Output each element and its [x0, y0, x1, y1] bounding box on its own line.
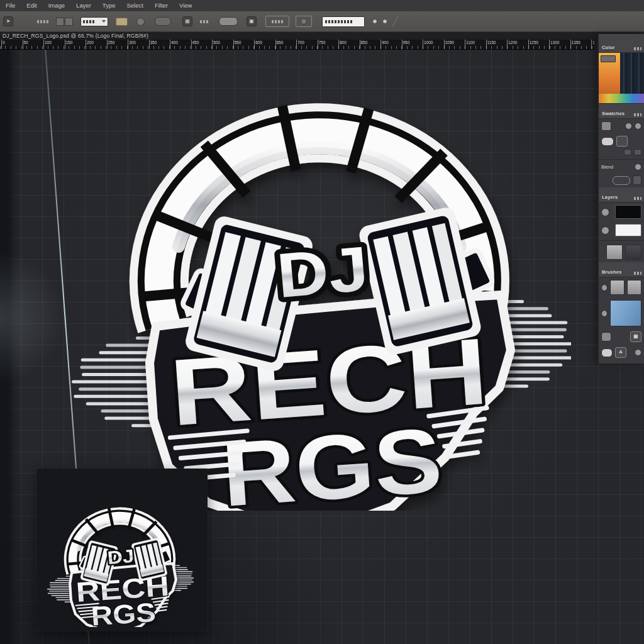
ruler-tick-label: 1400	[592, 40, 594, 45]
menu-item-view[interactable]: View	[174, 0, 197, 11]
ruler-tick	[23, 40, 23, 49]
ruler-tick-label: 750	[319, 40, 326, 45]
layer-row-group[interactable]	[599, 242, 644, 262]
link-icon[interactable]	[601, 348, 613, 357]
ruler-tick-label: 1150	[487, 40, 496, 45]
visibility-eye-icon[interactable]	[601, 226, 609, 235]
color-panel-header[interactable]: Color	[599, 34, 644, 53]
ruler-tick	[212, 40, 213, 49]
brushes-panel-header[interactable]: Brushes	[599, 262, 644, 277]
layer-thumb-black[interactable]	[615, 205, 641, 219]
history-forward-dot[interactable]	[382, 19, 387, 24]
menu-item-file[interactable]: File	[0, 0, 21, 11]
ruler-tick	[275, 40, 276, 49]
layer-thumb-dark[interactable]	[625, 245, 641, 260]
ruler-tick	[86, 40, 86, 49]
ruler-tick-label: 200	[87, 40, 94, 45]
ruler-tick	[254, 40, 255, 49]
ruler-tick	[402, 40, 402, 49]
menu-item-layer[interactable]: Layer	[70, 0, 97, 11]
menu-item-edit[interactable]: Edit	[21, 0, 42, 11]
snap-chip-button[interactable]	[116, 18, 128, 26]
search-input[interactable]	[322, 16, 365, 27]
swatches-panel-header[interactable]: Swatches	[599, 104, 644, 119]
color-picker[interactable]	[599, 53, 644, 104]
anchor-icon	[301, 18, 307, 25]
panel-menu-icon[interactable]	[634, 47, 641, 50]
layers-menu-icon[interactable]	[634, 197, 641, 200]
ruler-tick-label: 1250	[530, 40, 538, 45]
layer-thumb-blue[interactable]	[610, 300, 641, 326]
swatch-add-button[interactable]	[601, 121, 611, 131]
auto-select-label	[37, 20, 48, 23]
panel-toggle-icon[interactable]: ▣	[247, 16, 257, 26]
ruler-tick	[149, 40, 150, 49]
document-tab[interactable]: DJ_RECH_RGS_Logo.psd @ 66.7% (Logo Final…	[3, 33, 148, 39]
preset-box-icon[interactable]	[616, 136, 628, 147]
transform-pill-button[interactable]	[155, 17, 171, 26]
brush-thumb-2[interactable]	[627, 280, 641, 295]
ruler-tick-label: 400	[171, 40, 178, 45]
layers-panel-header[interactable]: Layers	[599, 187, 644, 203]
layer-row-white[interactable]	[599, 221, 644, 239]
ruler-tick	[465, 40, 465, 49]
brush-thumb-1[interactable]	[610, 280, 625, 295]
layer-thumb-gray[interactable]	[606, 245, 623, 260]
opacity-value	[272, 20, 283, 23]
blend-mode-chip[interactable]	[613, 176, 630, 185]
ruler-tick	[233, 40, 234, 49]
ruler-tick-label: 950	[403, 40, 410, 45]
grid-icon[interactable]: ▦	[182, 16, 192, 26]
ruler-tick-label: 250	[108, 40, 115, 45]
layer-thumb-white[interactable]	[615, 224, 641, 236]
horizontal-ruler[interactable]: 0501001502002503003504004505005506006507…	[0, 40, 594, 50]
logo-thumbnail-artwork	[46, 487, 194, 627]
blend-info-icon[interactable]	[635, 164, 641, 170]
move-tool-icon[interactable]: ➤	[3, 16, 13, 26]
menu-item-type[interactable]: Type	[97, 0, 121, 11]
fx-icon[interactable]	[601, 332, 611, 341]
layer-eye-icon[interactable]	[601, 310, 608, 317]
rotate-icon[interactable]	[136, 18, 145, 26]
ruler-tick-label: 500	[213, 40, 220, 45]
ruler-tick-label: 900	[382, 40, 389, 45]
ruler-tick-label: 1350	[572, 40, 580, 45]
menu-item-filter[interactable]: Filter	[149, 0, 174, 11]
opacity-box[interactable]	[265, 16, 289, 27]
ruler-tick-label: 350	[150, 40, 157, 45]
visibility-eye-icon[interactable]	[601, 208, 609, 216]
ruler-tick-label: 450	[192, 40, 199, 45]
adjustment-icon[interactable]: A	[615, 347, 626, 358]
menu-item-image[interactable]: Image	[43, 0, 70, 11]
logo-artwork	[68, 36, 571, 511]
swatch-option-icon[interactable]	[625, 123, 632, 130]
brushes-menu-icon[interactable]	[634, 272, 641, 275]
blend-lock-icon[interactable]	[633, 175, 641, 185]
ruler-tick	[486, 40, 487, 49]
mini-icon-b[interactable]	[634, 149, 641, 155]
ruler-tick-label: 600	[255, 40, 262, 45]
wide-toggle-button[interactable]	[219, 17, 238, 26]
ruler-tick-label: 850	[361, 40, 368, 45]
mode-select-value	[83, 20, 96, 23]
mini-icon-a[interactable]	[624, 149, 631, 155]
layer-row-black[interactable]	[599, 203, 644, 221]
swatch-delete-icon[interactable]	[635, 123, 641, 130]
mask-icon[interactable]: ▣	[630, 331, 641, 342]
ruler-tick-label: 1050	[445, 40, 454, 45]
ruler-tick	[65, 40, 65, 49]
hue-strip[interactable]	[599, 94, 644, 103]
ruler-tick	[170, 40, 170, 49]
preset-pill-button[interactable]	[601, 137, 614, 146]
canvas[interactable]: RECH RGS	[0, 40, 644, 644]
swatches-menu-icon[interactable]	[634, 113, 641, 116]
anchor-box[interactable]	[296, 16, 312, 27]
new-layer-icon[interactable]	[635, 349, 641, 356]
history-back-dot[interactable]	[372, 19, 377, 24]
align-segmented-control[interactable]	[56, 18, 73, 26]
right-panel: Color Swatches Blend	[597, 34, 644, 364]
brush-eye-icon[interactable]	[601, 284, 608, 291]
ruler-tick-label: 100	[45, 40, 52, 45]
mode-select-dropdown[interactable]	[80, 17, 108, 26]
menu-item-select[interactable]: Select	[121, 0, 148, 11]
